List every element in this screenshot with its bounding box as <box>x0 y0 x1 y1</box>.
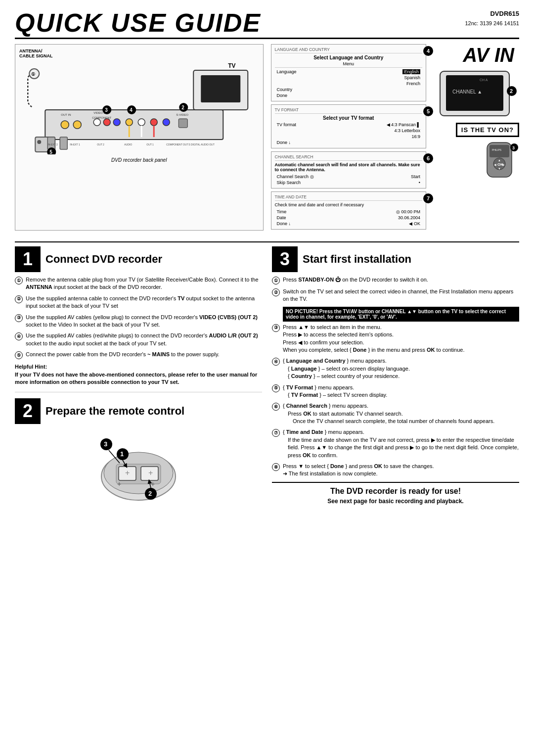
svg-text:IN-EXT 1: IN-EXT 1 <box>70 143 80 146</box>
screen4-step-num: 4 <box>423 46 433 56</box>
step-num-3: ③ <box>15 314 23 322</box>
svg-text:+: + <box>125 469 130 477</box>
svg-rect-3 <box>45 110 223 140</box>
s3-step-num-7: ⑦ <box>272 429 280 437</box>
step3-5: ⑤ { TV Format } menu appears. { TV Forma… <box>272 384 519 399</box>
section2-header: 2 Prepare the remote control <box>15 398 262 424</box>
step-num-2: ② <box>15 295 23 303</box>
svg-text:+: + <box>151 480 155 488</box>
language-country-screen: LANGUAGE AND COUNTRY Select Language and… <box>271 44 427 101</box>
part-number: 12nc: 3139 246 14151 <box>465 20 520 26</box>
svg-text:TV: TV <box>228 62 235 69</box>
svg-text:+: + <box>148 469 153 477</box>
svg-rect-2 <box>201 75 240 102</box>
screen5-step-num: 5 <box>423 106 433 116</box>
s3-step-num-4: ④ <box>272 358 280 366</box>
svg-text:2: 2 <box>510 88 513 94</box>
section1-steps: ① Remove the antenna cable plug from you… <box>15 276 262 359</box>
section2-title: Prepare the remote control <box>45 405 184 418</box>
section3-steps-cont: ③ Press ▲▼ to select an item in the menu… <box>272 324 519 478</box>
step1-5: ⑤ Connect the power cable from the DVD r… <box>15 351 262 359</box>
svg-text:COMPONENT: COMPONENT <box>92 116 111 119</box>
time-date-screen: TIME AND DATE Check time and date and co… <box>271 191 427 230</box>
svg-text:OUT 1: OUT 1 <box>146 143 154 146</box>
step3-3: ③ Press ▲▼ to select an item in the menu… <box>272 324 519 354</box>
screen6-step-num: 6 <box>423 153 433 163</box>
page-title: QUICK USE GUIDE <box>15 10 261 36</box>
right-tv-illustration: AV IN CHANNEL ▲ CH A 2 IS THE TV ON? <box>430 44 519 233</box>
svg-text:CH A: CH A <box>480 78 488 82</box>
svg-point-10 <box>138 119 145 126</box>
left-instructions: 1 Connect DVD recorder ① Remove the ante… <box>15 246 262 507</box>
svg-text:PHILIPS: PHILIPS <box>492 148 502 151</box>
svg-point-7 <box>103 119 110 126</box>
step3-6: ⑥ { Channel Search } menu appears. Press… <box>272 402 519 425</box>
antenna-label: ANTENNA/CABLE SIGNAL <box>19 48 259 58</box>
s3-step-num-8: ⑧ <box>272 463 280 471</box>
step3-8: ⑧ Press ▼ to select { Done } and press O… <box>272 463 519 478</box>
hint-title: Helpful Hint: <box>15 363 262 371</box>
section2-number: 2 <box>15 398 41 424</box>
svg-text:OUT 2: OUT 2 <box>97 143 104 146</box>
tv-on-question: IS THE TV ON? <box>456 123 519 137</box>
section1-number: 1 <box>15 246 41 272</box>
setup-screens: LANGUAGE AND COUNTRY Select Language and… <box>271 44 427 233</box>
screen7-step-num: 7 <box>423 193 433 203</box>
svg-text:▲: ▲ <box>498 159 501 162</box>
page-header: QUICK USE GUIDE DVDR615 12nc: 3139 246 1… <box>15 10 519 39</box>
section1-title: Connect DVD recorder <box>45 253 162 266</box>
s3-step-num-1: ① <box>272 277 280 284</box>
s3-step-num-5: ⑤ <box>272 384 280 392</box>
see-next: See next page for basic recording and pl… <box>272 498 519 505</box>
model-number: DVDR615 <box>465 10 520 17</box>
svg-point-12 <box>163 119 170 126</box>
s3-step-num-3: ③ <box>272 324 280 332</box>
section3-title: Start first installation <box>303 253 411 266</box>
dvd-diagram-label: DVD recorder back panel <box>19 157 259 163</box>
svg-point-5 <box>73 121 81 129</box>
step-num-4: ④ <box>15 332 23 340</box>
svg-text:AUDIO: AUDIO <box>124 143 132 146</box>
svg-text:OUT IN: OUT IN <box>61 113 71 116</box>
svg-text:3: 3 <box>104 440 107 448</box>
svg-rect-23 <box>60 137 67 149</box>
svg-text:5: 5 <box>49 149 52 154</box>
section3-number: 3 <box>272 246 298 272</box>
no-picture-label: NO PICTURE! <box>286 309 319 314</box>
svg-point-4 <box>61 121 69 129</box>
svg-point-11 <box>150 119 157 126</box>
dvd-diagram-box: ANTENNA/CABLE SIGNAL TV COMPONENT VIDEO … <box>15 44 264 231</box>
svg-text:3: 3 <box>105 107 108 113</box>
step3-7: ⑦ { Time and Date } menu appears. If the… <box>272 428 519 459</box>
section3-header: 3 Start first installation <box>272 246 519 272</box>
remote-illustration: PHILIPS OK ▲ ▼ ◀ ▶ 3 <box>480 140 519 180</box>
svg-text:COMPONENT OUT: COMPONENT OUT <box>166 143 188 146</box>
step3-4: ④ { Language and Country } menu appears.… <box>272 357 519 380</box>
svg-text:CHANNEL ▲: CHANNEL ▲ <box>452 89 482 94</box>
svg-text:2: 2 <box>181 105 184 110</box>
tv-format-screen: TV FORMAT Select your TV format TV forma… <box>271 104 427 148</box>
remote-batteries-diagram: + + 1 2 3 <box>69 429 208 506</box>
channel-search-screen: CHANNEL SEARCH Automatic channel search … <box>271 151 427 189</box>
right-instructions: 3 Start first installation ① Press STAND… <box>272 246 519 507</box>
helpful-hint: Helpful Hint: If your TV does not have t… <box>15 363 262 386</box>
svg-text:▼: ▼ <box>498 167 501 170</box>
svg-point-19 <box>37 140 41 144</box>
svg-point-9 <box>126 119 133 126</box>
s3-step-num-6: ⑥ <box>272 403 280 411</box>
svg-text:MAINS: MAINS <box>33 154 44 154</box>
section3-steps: ① Press STANDBY-ON ⏻ on the DVD recorder… <box>272 276 519 303</box>
step1-2: ② Use the supplied antenna cable to conn… <box>15 295 262 310</box>
step-num-1: ① <box>15 277 23 284</box>
svg-text:◀: ◀ <box>494 163 496 166</box>
av-in-label: AV IN <box>463 44 519 66</box>
svg-text:S-VIDEO: S-VIDEO <box>176 113 188 116</box>
svg-text:S DIGITAL AUDIO OUT: S DIGITAL AUDIO OUT <box>188 143 215 146</box>
step1-1: ① Remove the antenna cable plug from you… <box>15 276 262 291</box>
svg-text:2: 2 <box>148 490 152 497</box>
remote-control-diagram: + + 1 2 3 <box>15 428 262 507</box>
section1-header: 1 Connect DVD recorder <box>15 246 262 272</box>
step-num-5: ⑤ <box>15 351 23 359</box>
svg-text:+: + <box>117 480 121 488</box>
hint-text: If your TV does not have the above-menti… <box>15 371 262 386</box>
